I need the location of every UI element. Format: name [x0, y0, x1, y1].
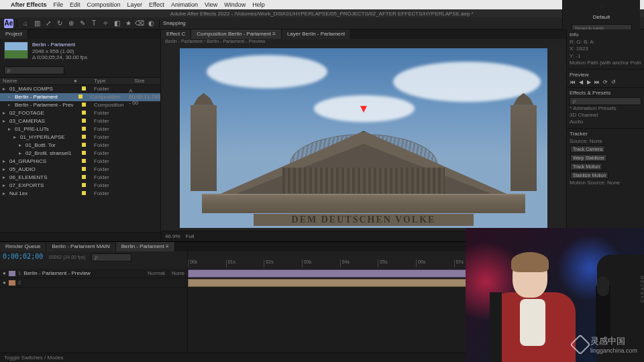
- project-item[interactable]: ▸07_EXPORTSFolder: [0, 182, 160, 190]
- effect-category[interactable]: Audio: [570, 119, 641, 125]
- workspace-dropdown[interactable]: Default: [593, 14, 610, 20]
- type-tool-icon[interactable]: T: [89, 19, 99, 28]
- tab-composition[interactable]: Composition Berlin - Parlament ≡: [191, 29, 282, 39]
- info-rgb: R: G: B: A:: [570, 39, 641, 46]
- project-item[interactable]: ▸05_AUDIOFolder: [0, 166, 160, 174]
- project-file-list[interactable]: ▸01_MAIN COMPSFolder▪Berlin - ParlamentC…: [0, 85, 160, 232]
- layer-color-label[interactable]: [9, 271, 15, 276]
- project-item[interactable]: ▸Nul 1exFolder: [0, 190, 160, 198]
- layer-color-label[interactable]: [9, 280, 15, 286]
- track-motion-button[interactable]: Track Motion: [570, 163, 602, 170]
- layer-parent[interactable]: None: [172, 270, 184, 276]
- wifi-icon[interactable]: ⏏: [598, 1, 604, 9]
- project-search-input[interactable]: [4, 66, 64, 74]
- tab-render-queue[interactable]: Render Queue: [0, 242, 46, 251]
- tracker-source-value[interactable]: None: [590, 138, 602, 144]
- home-button[interactable]: Ae: [4, 19, 13, 28]
- col-label[interactable]: ●: [74, 78, 94, 84]
- frame-info: 00062 (24.00 fps): [49, 255, 86, 259]
- col-type[interactable]: Type: [94, 78, 134, 84]
- project-item[interactable]: ▸01_PRE-LUTsFolder: [0, 125, 160, 133]
- next-frame-icon[interactable]: ⏭: [594, 79, 600, 85]
- current-timecode[interactable]: 0;00;02;00: [3, 253, 43, 260]
- app-name[interactable]: After Effects: [11, 1, 47, 8]
- timeline-search-input[interactable]: [91, 253, 131, 261]
- col-name[interactable]: Name: [0, 78, 74, 84]
- info-y: Y: -1: [570, 53, 641, 60]
- track-point-marker[interactable]: [360, 106, 367, 113]
- toggle-switches-button[interactable]: Toggle Switches / Modes: [4, 355, 64, 361]
- effect-category[interactable]: 3D Channel: [570, 112, 641, 119]
- watermark: 灵感中国 lingganchina.com: [573, 335, 637, 354]
- composition-flowpath[interactable]: Berlin - Parlament ‹ Berlin - Parlament …: [161, 39, 566, 46]
- project-item[interactable]: ▸02_FOOTAGEFolder: [0, 109, 160, 117]
- selected-item-dimensions: 2048 x 858 (1.00): [32, 48, 87, 55]
- brush-tool-icon[interactable]: ✧: [101, 19, 110, 28]
- project-item[interactable]: ▸04_GRAPHICSFolder: [0, 158, 160, 166]
- snapping-toggle[interactable]: Snapping: [163, 20, 186, 26]
- puppet-tool-icon[interactable]: ◐: [146, 19, 156, 28]
- ruler-tick: 00s: [188, 259, 226, 267]
- menu-edit[interactable]: Edit: [70, 1, 80, 8]
- first-frame-icon[interactable]: ⏮: [570, 79, 576, 85]
- microphone: [596, 282, 610, 342]
- menu-window[interactable]: Window: [224, 1, 246, 8]
- ruler-tick: 04s: [340, 259, 378, 267]
- last-frame-icon[interactable]: ⟳: [602, 79, 608, 85]
- layer-name[interactable]: Berlin - Parlament - Preview: [23, 270, 91, 276]
- visibility-toggle-icon[interactable]: ●: [3, 280, 6, 286]
- layer-row[interactable]: ● 2: [0, 278, 187, 288]
- visibility-toggle-icon[interactable]: ●: [3, 270, 6, 276]
- menu-view[interactable]: View: [205, 1, 217, 8]
- project-item[interactable]: ▸02_Brotll. stransel1Folder: [0, 149, 160, 158]
- viewport-canvas[interactable]: DEM DEUTSCHEN VOLKE: [180, 48, 547, 228]
- layer-number: 1: [18, 270, 21, 276]
- eraser-tool-icon[interactable]: ★: [123, 19, 133, 28]
- play-icon[interactable]: ▶: [586, 79, 592, 85]
- project-item-header: Berlin - Parlament 2048 x 858 (1.00) Δ 0…: [0, 39, 160, 64]
- loop-icon[interactable]: ↺: [610, 79, 616, 85]
- tab-layer[interactable]: Layer Berlin - Parlament: [282, 29, 351, 39]
- effects-search-input[interactable]: [570, 97, 641, 105]
- project-item[interactable]: ▪Berlin - ParlamentCompositionA 00;00;11…: [0, 93, 160, 101]
- menu-composition[interactable]: Composition: [87, 1, 121, 8]
- warp-stabilizer-button[interactable]: Warp Stabilizer: [570, 154, 607, 162]
- tab-effect-controls[interactable]: Effect C: [161, 29, 191, 39]
- zoom-tool-icon[interactable]: ⤢: [44, 19, 53, 28]
- rotate-tool-icon[interactable]: ↻: [55, 19, 64, 28]
- menu-animation[interactable]: Animation: [171, 1, 198, 8]
- effect-category[interactable]: * Animation Presets: [570, 105, 641, 112]
- stabilize-motion-button[interactable]: Stabilize Motion: [570, 172, 608, 179]
- composition-viewer[interactable]: DEM DEUTSCHEN VOLKE: [161, 46, 566, 231]
- panel-title: Preview: [570, 72, 641, 78]
- camera-tool-icon[interactable]: ⊕: [66, 19, 76, 28]
- project-item[interactable]: ▸03_CAMERASFolder: [0, 117, 160, 125]
- roto-tool-icon[interactable]: ⌫: [135, 19, 144, 28]
- magnification-dropdown[interactable]: 46.9%: [165, 233, 180, 239]
- layer-row[interactable]: ● 1 Berlin - Parlament - Preview Normal …: [0, 269, 187, 278]
- project-panel-footer: [0, 232, 160, 241]
- hand-tool-icon[interactable]: ▥: [32, 19, 42, 28]
- project-item[interactable]: ▸01_Bottl. TorFolder: [0, 141, 160, 149]
- menu-effect[interactable]: Effect: [149, 1, 164, 8]
- resolution-dropdown[interactable]: Full: [186, 233, 195, 239]
- tab-comp-current[interactable]: Berlin - Parlament ≡: [116, 242, 175, 251]
- project-item[interactable]: ▸01_HYPERLAPSEFolder: [0, 133, 160, 141]
- selection-tool-icon[interactable]: ⌂: [21, 19, 30, 28]
- panel-title: Info: [570, 32, 641, 38]
- tab-project[interactable]: Project: [0, 29, 28, 39]
- menu-help[interactable]: Help: [252, 1, 265, 8]
- prev-frame-icon[interactable]: ◀: [578, 79, 584, 85]
- clone-tool-icon[interactable]: ◧: [112, 19, 121, 28]
- pen-tool-icon[interactable]: ✎: [78, 19, 87, 28]
- layer-mode[interactable]: Normal: [148, 270, 165, 276]
- menu-file[interactable]: File: [54, 1, 64, 8]
- menu-layer[interactable]: Layer: [127, 1, 143, 8]
- info-x: X: 1823: [570, 46, 641, 52]
- right-panel-stack: Info R: G: B: A: X: 1823 Y: -1 Motion Pa…: [566, 29, 644, 241]
- track-camera-button[interactable]: Track Camera: [570, 145, 605, 153]
- project-item[interactable]: ▸06_ELEMENTSFolder: [0, 174, 160, 182]
- tab-comp-main[interactable]: Berlin - Parlament MAIN: [46, 242, 115, 251]
- info-motion: Motion Path (with anchor Point): [570, 60, 641, 66]
- col-size[interactable]: Size: [134, 78, 160, 84]
